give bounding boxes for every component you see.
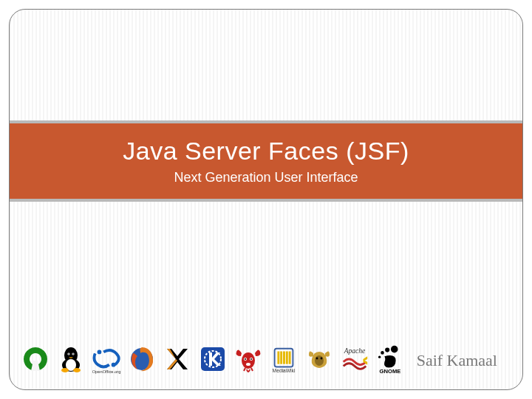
svg-point-19 xyxy=(250,358,252,360)
svg-point-32 xyxy=(391,346,398,353)
svg-point-7 xyxy=(61,368,69,372)
svg-point-28 xyxy=(315,355,324,366)
opensource-icon xyxy=(20,344,51,375)
svg-text:MediaWiki: MediaWiki xyxy=(273,368,296,373)
svg-rect-23 xyxy=(280,352,282,364)
firefox-icon xyxy=(126,344,157,375)
svg-point-8 xyxy=(73,368,81,372)
svg-rect-24 xyxy=(283,352,285,364)
tux-icon xyxy=(55,344,86,375)
svg-text:GNOME: GNOME xyxy=(380,368,401,375)
title-band: Java Server Faces (JSF) Next Generation … xyxy=(10,120,522,202)
svg-point-9 xyxy=(98,350,102,355)
svg-point-18 xyxy=(245,358,246,360)
svg-text:Apache: Apache xyxy=(344,347,366,355)
slide-frame: Java Server Faces (JSF) Next Generation … xyxy=(9,9,523,390)
freebsd-icon xyxy=(233,344,264,375)
logo-strip: OpenOffice.org xyxy=(20,344,406,375)
svg-point-34 xyxy=(381,351,384,355)
mediawiki-icon: MediaWiki xyxy=(268,344,299,375)
svg-point-35 xyxy=(378,355,381,358)
svg-point-5 xyxy=(68,353,69,354)
svg-point-15 xyxy=(242,352,255,369)
gnu-icon xyxy=(304,344,335,375)
xorg-icon xyxy=(162,344,193,375)
slide-subtitle: Next Generation User Interface xyxy=(174,170,358,185)
author-name: Saif Kamaal xyxy=(417,351,497,370)
svg-text:OpenOffice.org: OpenOffice.org xyxy=(92,369,121,374)
svg-rect-22 xyxy=(277,352,279,364)
openoffice-icon: OpenOffice.org xyxy=(91,344,122,375)
svg-rect-25 xyxy=(286,352,288,364)
svg-point-29 xyxy=(316,358,318,360)
svg-point-33 xyxy=(385,348,389,352)
slide-title: Java Server Faces (JSF) xyxy=(123,137,409,166)
svg-point-20 xyxy=(246,363,250,366)
svg-rect-26 xyxy=(289,352,291,364)
apache-icon: Apache xyxy=(339,344,370,375)
svg-point-30 xyxy=(321,358,323,360)
gnome-icon: GNOME xyxy=(375,344,406,375)
svg-point-6 xyxy=(72,353,73,354)
kde-icon xyxy=(197,344,228,375)
svg-point-10 xyxy=(112,363,116,367)
